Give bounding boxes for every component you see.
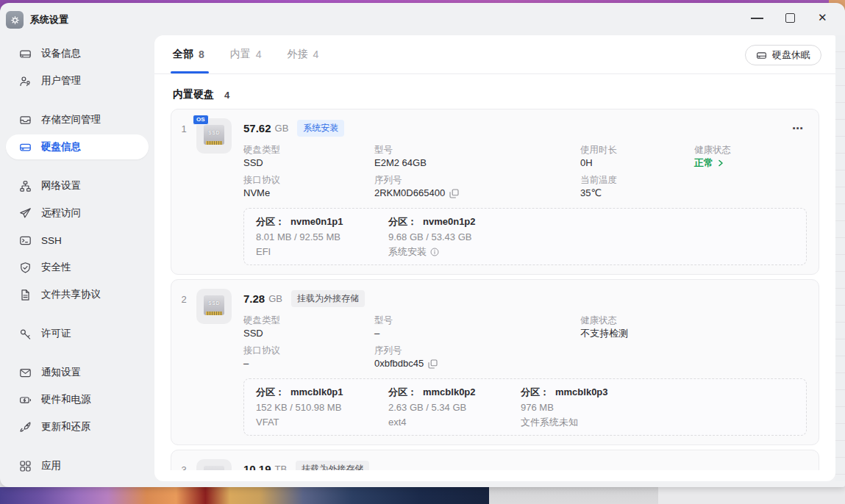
- partition-fs: EFI: [256, 246, 271, 257]
- partition-fs: VFAT: [256, 417, 279, 428]
- network-icon: [18, 179, 32, 192]
- sidebar-item-label: 文件共享协议: [41, 288, 101, 301]
- serial-number-value: 2RKM0D665400: [374, 187, 580, 199]
- more-options-button[interactable]: ⋯: [789, 123, 807, 134]
- rocket-icon: [18, 420, 32, 433]
- partition-name: nvme0n1p1: [290, 216, 343, 227]
- right-gutter: [835, 35, 845, 481]
- sidebar-item-remote-access[interactable]: 远程访问: [6, 201, 149, 226]
- health-value: 不支持检测: [580, 328, 694, 339]
- os-badge: OS: [193, 115, 209, 125]
- sidebar-item-update-restore[interactable]: 更新和还原: [6, 414, 149, 439]
- sidebar-item-label: 网络设置: [41, 179, 81, 192]
- sidebar-item-label: 远程访问: [41, 206, 81, 220]
- hard-drive-icon: [18, 140, 32, 154]
- tab-internal[interactable]: 内置 4: [230, 35, 262, 73]
- main-panel: 全部 8 内置 4 外接 4 硬盘休眠 内置硬盘 4 1: [154, 35, 835, 481]
- health-status-link[interactable]: 正常: [694, 157, 807, 169]
- health-value: 正常: [694, 157, 713, 169]
- disk-index: 2: [171, 289, 196, 436]
- disk-index: 1: [171, 118, 196, 265]
- ssd-chip-label: SSD: [204, 300, 224, 306]
- sidebar-item-apps[interactable]: 应用: [6, 453, 149, 478]
- ssd-chip-label: SSD: [204, 130, 224, 135]
- sidebar-item-disk-info[interactable]: 硬盘信息: [6, 134, 149, 159]
- sidebar-item-license[interactable]: 许可证: [6, 321, 149, 346]
- close-button[interactable]: ✕: [818, 10, 827, 26]
- sidebar-item-file-sharing[interactable]: 文件共享协议: [6, 282, 149, 307]
- copy-icon[interactable]: [449, 189, 459, 198]
- partition-size: 2.63 GB / 5.34 GB: [388, 402, 521, 413]
- sidebar-item-security[interactable]: 安全性: [6, 255, 149, 280]
- partition-prefix: 分区：: [256, 386, 285, 397]
- ssd-icon: SSD: [196, 459, 232, 470]
- sidebar-item-label: 设备信息: [41, 47, 81, 60]
- field-label: 使用时长: [580, 145, 694, 156]
- sidebar-item-hardware-power[interactable]: 硬件和电源: [6, 387, 149, 412]
- partition-prefix: 分区：: [388, 386, 417, 397]
- sidebar-item-notifications[interactable]: 通知设置: [6, 360, 149, 385]
- field-label: 序列号: [374, 175, 580, 186]
- field-value: E2M2 64GB: [374, 157, 580, 169]
- tab-label: 全部: [173, 48, 193, 61]
- app-gear-icon: [6, 11, 24, 29]
- hibernate-label: 硬盘休眠: [772, 48, 810, 62]
- field-value: 0H: [580, 157, 694, 169]
- tab-external[interactable]: 外接 4: [288, 35, 319, 73]
- disk-size-unit: GB: [268, 293, 282, 304]
- partition-box: 分区：mmcblk0p1 152 KB / 510.98 MB VFAT 分区：…: [243, 378, 807, 436]
- disk-card-1: 1 OS SSD 57.62 GB 系统安装 ⋯ 硬盘类型SSD 型号E2M2 …: [171, 109, 819, 275]
- field-value: 35℃: [580, 187, 694, 199]
- partition-fs: 文件系统未知: [521, 417, 578, 428]
- field-label: 健康状态: [694, 145, 807, 156]
- sidebar-item-device-info[interactable]: 设备信息: [6, 41, 149, 66]
- disk-size: 10.19: [243, 463, 271, 471]
- users-icon: [18, 74, 32, 87]
- sidebar-item-label: 存储空间管理: [41, 113, 101, 126]
- partition-col: 分区：nvme0n1p1 8.01 MB / 92.55 MB EFI: [256, 216, 388, 257]
- sidebar-item-label: 安全性: [41, 261, 71, 274]
- chevron-right-icon: [718, 159, 724, 167]
- partition-fs: ext4: [388, 417, 407, 428]
- field-label: 接口协议: [243, 175, 374, 186]
- copy-icon[interactable]: [428, 359, 438, 369]
- sidebar-item-storage-management[interactable]: 存储空间管理: [6, 107, 149, 132]
- tab-all[interactable]: 全部 8: [173, 35, 204, 73]
- serial-number-value: 0xbfbdbc45: [374, 358, 580, 370]
- field-label: 型号: [374, 145, 580, 156]
- partition-size: 9.68 GB / 53.43 GB: [388, 231, 521, 242]
- sidebar-item-label: SSH: [41, 235, 62, 246]
- disk-list-scroll-area[interactable]: 内置硬盘 4 1 OS SSD 57.62 GB 系统安装 ⋯: [154, 74, 835, 470]
- sidebar-item-ssh[interactable]: SSH: [6, 228, 149, 253]
- serial-text: 2RKM0D665400: [374, 187, 445, 199]
- sidebar-item-user-management[interactable]: 用户管理: [6, 68, 149, 93]
- tab-count: 4: [256, 48, 262, 60]
- maximize-button[interactable]: [785, 13, 795, 23]
- field-value: SSD: [243, 328, 374, 339]
- disk-hibernate-button[interactable]: 硬盘休眠: [745, 45, 821, 65]
- partition-size: 8.01 MB / 92.55 MB: [256, 231, 388, 242]
- hard-drive-icon: [756, 50, 767, 61]
- partition-col: 分区：nvme0n1p2 9.68 GB / 53.43 GB 系统安装: [388, 216, 521, 257]
- sidebar-item-label: 许可证: [41, 327, 71, 340]
- field-value: –: [243, 358, 374, 370]
- sidebar-item-label: 通知设置: [41, 366, 81, 379]
- sidebar-item-label: 应用: [41, 459, 61, 472]
- info-icon[interactable]: [430, 248, 439, 256]
- background-window-bottom: [489, 487, 658, 504]
- shield-check-icon: [18, 261, 32, 274]
- battery-bolt-icon: [18, 393, 32, 406]
- tab-bar: 全部 8 内置 4 外接 4 硬盘休眠: [154, 35, 835, 74]
- partition-col: 分区：mmcblk0p1 152 KB / 510.98 MB VFAT: [256, 386, 388, 428]
- field-label: 接口协议: [243, 345, 374, 356]
- settings-window: 系统设置 ✕ 设备信息 用户管理 存储空间管理 硬盘信息 网络设置 远程访问: [0, 3, 845, 487]
- minimize-button[interactable]: [751, 18, 763, 19]
- partition-size: 152 KB / 510.98 MB: [256, 402, 388, 413]
- sidebar-item-label: 更新和还原: [41, 420, 91, 433]
- external-mount-badge: 挂载为外接存储: [296, 461, 369, 471]
- background-area-bottom: [658, 487, 845, 504]
- sidebar-item-network-settings[interactable]: 网络设置: [6, 173, 149, 198]
- disk-size-unit: GB: [275, 123, 289, 134]
- sidebar-item-label: 硬件和电源: [41, 393, 91, 406]
- partition-prefix: 分区：: [388, 216, 417, 227]
